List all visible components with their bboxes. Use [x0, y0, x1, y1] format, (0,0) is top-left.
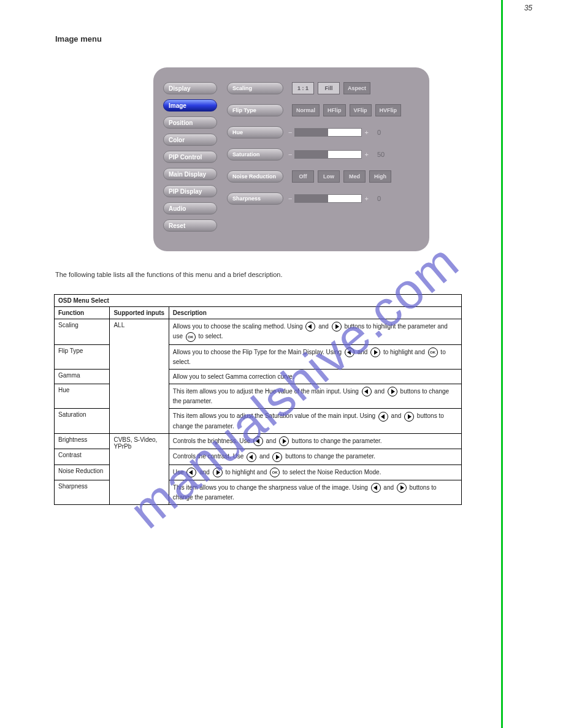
- saturation-value: 50: [377, 151, 385, 158]
- fn-cell: Scaling: [55, 319, 110, 345]
- left-arrow-icon: [378, 412, 388, 422]
- noise-row: Noise Reduction OffLowMedHigh: [227, 170, 401, 183]
- scaling-option-1-1[interactable]: 1 : 1: [292, 82, 314, 94]
- option-off[interactable]: Off: [292, 170, 314, 183]
- option-hflip[interactable]: HFlip: [323, 104, 346, 116]
- osd-menu-column: DisplayImagePositionColorPIP ControlMain…: [163, 82, 217, 232]
- menu-pip-control[interactable]: PIP Control: [163, 151, 217, 163]
- option-low[interactable]: Low: [318, 170, 340, 183]
- minus-icon: −: [288, 151, 292, 158]
- right-arrow-icon: [279, 436, 289, 446]
- noise-options: OffLowMedHigh: [292, 170, 391, 183]
- right-arrow-icon: [332, 322, 342, 332]
- plus-icon: +: [364, 151, 368, 158]
- hue-row: Hue − + 0: [227, 126, 401, 138]
- menu-reset[interactable]: Reset: [163, 219, 217, 232]
- table-row: ScalingALLAllows you to choose the scali…: [55, 319, 462, 345]
- plus-icon: +: [364, 195, 368, 202]
- desc-cell: Allows you to choose the scaling method.…: [169, 319, 461, 345]
- option-vflip[interactable]: VFlip: [350, 104, 372, 116]
- left-arrow-icon: [186, 468, 196, 477]
- ok-icon: [270, 468, 280, 477]
- scaling-options: 1 : 1FillAspect: [292, 82, 370, 94]
- ok-icon: [186, 332, 196, 342]
- menu-main-display[interactable]: Main Display: [163, 168, 217, 180]
- fn-cell: Flip Type: [55, 344, 110, 369]
- desc-cell: Allows you to choose the Flip Type for t…: [169, 344, 461, 369]
- col-description: Description: [169, 307, 461, 319]
- fn-cell: Noise Reduction: [55, 464, 110, 480]
- hue-value: 0: [377, 129, 381, 136]
- sharpness-label: Sharpness: [227, 192, 283, 205]
- functions-table: OSD Menu Select Function Supported input…: [54, 294, 462, 505]
- left-arrow-icon: [371, 483, 381, 493]
- menu-display[interactable]: Display: [163, 82, 217, 94]
- desc-cell: Controls the brightness. Use and buttons…: [169, 433, 461, 449]
- fn-cell: Sharpness: [55, 480, 110, 504]
- table-header-top-cell: OSD Menu Select: [55, 295, 462, 307]
- page-number: 35: [524, 4, 532, 12]
- col-function: Function: [55, 307, 110, 319]
- table-header-row: Function Supported inputs Description: [55, 307, 462, 319]
- left-arrow-icon: [362, 387, 372, 396]
- osd-settings-column: Scaling 1 : 1FillAspect Flip Type Normal…: [227, 82, 401, 205]
- minus-icon: −: [288, 129, 292, 136]
- scaling-option-aspect[interactable]: Aspect: [343, 82, 370, 94]
- scaling-label: Scaling: [227, 82, 283, 94]
- inputs-cell: CVBS, S-Video, YPrPb: [110, 433, 169, 504]
- scaling-row: Scaling 1 : 1FillAspect: [227, 82, 401, 94]
- desc-cell: This item allows you to change the sharp…: [169, 480, 461, 504]
- right-arrow-icon: [404, 412, 414, 422]
- left-arrow-icon: [345, 347, 354, 357]
- flip-options: NormalHFlipVFlipHVFlip: [292, 104, 401, 116]
- desc-cell: Controls the contrast. Use and buttons t…: [169, 449, 461, 464]
- minus-icon: −: [288, 195, 292, 202]
- menu-image[interactable]: Image: [163, 99, 217, 112]
- option-hvflip[interactable]: HVFlip: [375, 104, 402, 116]
- saturation-label: Saturation: [227, 148, 283, 161]
- ok-icon: [428, 347, 438, 357]
- fn-cell: Hue: [55, 384, 110, 409]
- left-arrow-icon: [253, 436, 263, 446]
- option-normal[interactable]: Normal: [292, 104, 320, 116]
- noise-label: Noise Reduction: [227, 170, 283, 183]
- right-arrow-icon: [370, 347, 380, 357]
- saturation-row: Saturation − + 50: [227, 148, 401, 161]
- hue-slider[interactable]: [294, 128, 362, 137]
- flip-row: Flip Type NormalHFlipVFlipHVFlip: [227, 104, 401, 116]
- sharpness-slider[interactable]: [294, 194, 362, 203]
- flip-label: Flip Type: [227, 104, 283, 116]
- desc-cell: This item allows you to adjust the Satur…: [169, 409, 461, 433]
- desc-cell: Use and to highlight and to select the N…: [169, 464, 461, 480]
- left-arrow-icon: [305, 322, 315, 332]
- fn-cell: Gamma: [55, 370, 110, 384]
- fn-cell: Saturation: [55, 409, 110, 433]
- desc-cell: This item allows you to adjust the Hue v…: [169, 384, 461, 409]
- menu-color[interactable]: Color: [163, 134, 217, 146]
- inputs-cell: ALL: [110, 319, 169, 434]
- left-arrow-icon: [247, 452, 256, 462]
- right-arrow-icon: [388, 387, 397, 396]
- saturation-slider[interactable]: [294, 150, 362, 159]
- table-row: BrightnessCVBS, S-Video, YPrPbControls t…: [55, 433, 462, 449]
- menu-position[interactable]: Position: [163, 116, 217, 129]
- page-right-border: [501, 0, 503, 728]
- table-intro: The following table lists all the functi…: [55, 271, 283, 278]
- hue-label: Hue: [227, 126, 283, 138]
- desc-cell: Allow you to select Gamma correction cur…: [169, 370, 461, 384]
- fn-cell: Brightness: [55, 433, 110, 449]
- option-high[interactable]: High: [369, 170, 391, 183]
- table-header-top: OSD Menu Select: [55, 295, 462, 307]
- osd-panel: DisplayImagePositionColorPIP ControlMain…: [153, 67, 429, 251]
- menu-pip-display[interactable]: PIP Display: [163, 185, 217, 197]
- right-arrow-icon: [272, 452, 282, 462]
- sharpness-value: 0: [377, 195, 381, 202]
- scaling-option-fill[interactable]: Fill: [318, 82, 340, 94]
- plus-icon: +: [364, 129, 368, 136]
- fn-cell: Contrast: [55, 449, 110, 464]
- option-med[interactable]: Med: [343, 170, 366, 183]
- right-arrow-icon: [397, 483, 407, 493]
- sharpness-row: Sharpness − + 0: [227, 192, 401, 205]
- menu-audio[interactable]: Audio: [163, 202, 217, 214]
- section-heading: Image menu: [55, 34, 102, 44]
